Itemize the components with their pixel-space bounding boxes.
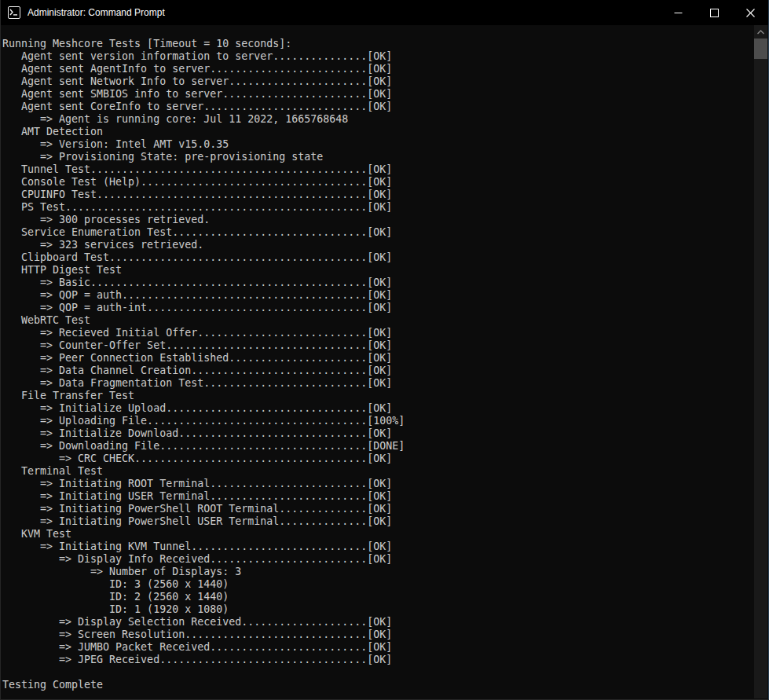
console-line: PS Test.................................…: [2, 201, 754, 214]
console-line: => Display Selection Received...........…: [2, 616, 754, 629]
console-line: => Basic................................…: [2, 277, 754, 289]
console-line: KVM Test: [2, 528, 754, 541]
console-line: Testing Complete: [2, 679, 754, 691]
console-line: => JUMBO Packet Received................…: [2, 641, 754, 654]
console-line: File Transfer Test: [2, 390, 754, 402]
window-title: Administrator: Command Prompt: [27, 7, 660, 18]
console-line: => Version: Intel AMT v15.0.35: [2, 138, 754, 151]
console-line: Service Enumeration Test................…: [2, 226, 754, 239]
scrollbar-thumb[interactable]: [754, 38, 767, 59]
console-line: => Downloading File.....................…: [2, 440, 754, 453]
console-line: => Initiating KVM Tunnel................…: [2, 541, 754, 553]
close-button[interactable]: [732, 0, 768, 25]
console-line: => JPEG Received........................…: [2, 654, 754, 666]
console-line: => QOP = auth...........................…: [2, 289, 754, 302]
console-line: => Data Fragmentation Test..............…: [2, 377, 754, 390]
cmd-prompt-icon[interactable]: [8, 6, 20, 19]
console-line: ID: 2 (2560 x 1440): [2, 591, 754, 603]
console-line: Clipboard Test..........................…: [2, 251, 754, 264]
console-viewport[interactable]: Running Meshcore Tests [Timeout = 10 sec…: [2, 25, 754, 698]
console-line: => CRC CHECK............................…: [2, 453, 754, 465]
console-line: => Provisioning State: pre-provisioning …: [2, 151, 754, 163]
chevron-up-icon: [757, 30, 764, 35]
console-line: [2, 666, 754, 679]
console-line: => Display Info Received................…: [2, 553, 754, 566]
console-line: Running Meshcore Tests [Timeout = 10 sec…: [2, 38, 754, 50]
console-line: => Data Channel Creation................…: [2, 365, 754, 377]
maximize-button[interactable]: [696, 0, 732, 25]
console-line: => Recieved Initial Offer...............…: [2, 327, 754, 339]
console-line: Terminal Test: [2, 465, 754, 478]
console-line: ID: 3 (2560 x 1440): [2, 578, 754, 591]
scroll-up-button[interactable]: [754, 25, 767, 38]
close-icon: [746, 9, 755, 17]
console-line: Agent sent version information to server…: [2, 50, 754, 63]
console-line: CPUINFO Test............................…: [2, 189, 754, 201]
console-line: => Initialize Download..................…: [2, 427, 754, 440]
console-output: Running Meshcore Tests [Timeout = 10 sec…: [2, 38, 754, 691]
console-line: => Initiating ROOT Terminal.............…: [2, 478, 754, 490]
console-line: => Number of Displays: 3: [2, 566, 754, 578]
command-prompt-window: Administrator: Command Prompt Running M: [0, 0, 769, 700]
console-line: => Uploading File.......................…: [2, 415, 754, 427]
console-line: => Initiating PowerShell ROOT Terminal..…: [2, 503, 754, 515]
console-line: HTTP Digest Test: [2, 264, 754, 277]
console-line: ID: 1 (1920 x 1080): [2, 603, 754, 616]
console-line: => Initiating PowerShell USER Terminal..…: [2, 515, 754, 528]
console-line: AMT Detection: [2, 126, 754, 138]
console-line: => Agent is running core: Jul 11 2022, 1…: [2, 113, 754, 126]
console-line: => Initiating USER Terminal.............…: [2, 490, 754, 503]
console-line: Agent sent CoreInfo to server...........…: [2, 101, 754, 113]
console-line: => 323 services retrieved.: [2, 239, 754, 251]
console-line: => Screen Resolution....................…: [2, 629, 754, 641]
console-line: Tunnel Test.............................…: [2, 163, 754, 176]
console-line: => Initialize Upload....................…: [2, 402, 754, 415]
minimize-button[interactable]: [660, 0, 696, 25]
console-line: => 300 processes retrieved.: [2, 214, 754, 226]
console-line: Console Test (Help).....................…: [2, 176, 754, 189]
minimize-icon: [674, 9, 683, 17]
console-line: => QOP = auth-int.......................…: [2, 302, 754, 314]
console-line: Agent sent AgentInfo to server..........…: [2, 63, 754, 75]
console-line: => Counter-Offer Set....................…: [2, 339, 754, 352]
console-line: Agent sent Network Info to server.......…: [2, 75, 754, 88]
console-line: Agent sent SMBIOS info to server........…: [2, 88, 754, 101]
console-line: WebRTC Test: [2, 314, 754, 327]
scrollbar-track[interactable]: [754, 25, 767, 698]
titlebar[interactable]: Administrator: Command Prompt: [1, 0, 768, 25]
window-controls: [660, 0, 768, 25]
maximize-icon: [710, 9, 719, 17]
console-line: => Peer Connection Established..........…: [2, 352, 754, 365]
